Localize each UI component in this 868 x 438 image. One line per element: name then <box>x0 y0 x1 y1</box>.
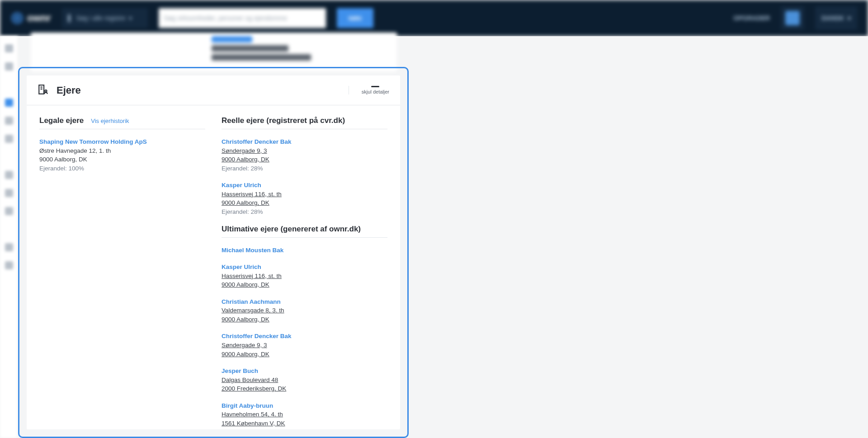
chevron-down-icon: ▾ <box>129 14 132 22</box>
upgrade-link[interactable]: OPGRADER <box>733 14 770 22</box>
search-input[interactable]: Søg virksomheder, personer og ejendomme <box>159 8 326 28</box>
logo-icon <box>11 12 24 24</box>
search-button[interactable]: SØG <box>337 8 374 28</box>
language-select[interactable]: DANSK ▾ <box>815 6 857 30</box>
top-navbar: ownr ▌ Søg i alle registre ▾ Søg virksom… <box>0 0 868 36</box>
region-select[interactable]: ▌ Søg i alle registre ▾ <box>62 8 148 28</box>
chevron-down-icon: ▾ <box>848 14 851 22</box>
flag-icon: ▌ <box>68 14 73 22</box>
svg-point-1 <box>15 16 19 20</box>
avatar-icon <box>785 11 800 25</box>
brand-logo[interactable]: ownr <box>11 12 51 24</box>
user-menu[interactable] <box>781 6 804 30</box>
brand-text: ownr <box>27 12 51 24</box>
previous-card-fragment <box>31 33 397 36</box>
